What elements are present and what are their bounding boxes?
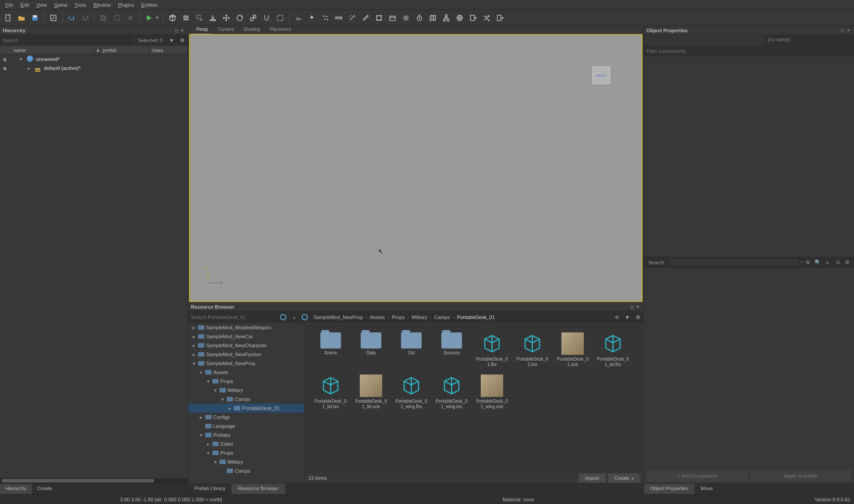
resource-item[interactable]: PortableDesk_01_wing.txo	[433, 373, 470, 411]
redo-icon[interactable]	[79, 12, 91, 24]
resource-item[interactable]: Data	[353, 331, 389, 369]
hierarchy-search-input[interactable]	[0, 38, 134, 43]
breadcrumb-item[interactable]: Props	[392, 314, 405, 320]
panel-close-icon[interactable]: ✕	[180, 28, 185, 33]
breadcrumb-item[interactable]: Assets	[370, 314, 385, 320]
gear-icon[interactable]: ⚙	[842, 258, 852, 267]
cube-icon[interactable]	[166, 12, 179, 24]
create-button[interactable]: Create▾	[608, 474, 640, 482]
breadcrumb-item[interactable]: PortableDesk_01	[457, 314, 495, 320]
resource-tree-item[interactable]: ▾Military	[188, 386, 304, 395]
search-icon[interactable]: 🔍	[813, 258, 823, 267]
filter-icon[interactable]: ▼	[622, 312, 633, 323]
hierarchy-icon[interactable]	[440, 12, 453, 24]
resource-item[interactable]: PortableDesk_01_wing.fbx	[393, 373, 430, 411]
snap-icon[interactable]	[260, 12, 273, 24]
resource-tree-item[interactable]: ▾Camps	[188, 395, 304, 404]
viewport-3d[interactable]: BACK Yx ↖	[189, 34, 643, 302]
resource-tree-item[interactable]: ▸SampleMod_ModdedWeapon	[188, 323, 304, 332]
resource-item[interactable]: PortableDesk_01_lid.fbx	[595, 331, 631, 369]
filter-components-input[interactable]	[644, 46, 854, 56]
resource-tree-item[interactable]: ▸SampleMod_NewFaction	[188, 350, 304, 359]
search-go-icon[interactable]	[299, 312, 310, 323]
select-icon[interactable]	[193, 12, 206, 24]
hierarchy-hscroll[interactable]	[0, 478, 188, 483]
resource-search-input[interactable]	[188, 314, 278, 320]
menu-game[interactable]: Game	[50, 1, 71, 9]
resource-item[interactable]: PortableDesk_01.txo	[514, 331, 551, 369]
breadcrumb-item[interactable]: SampleMod_NewProp	[314, 314, 363, 320]
toggle-icon[interactable]: ▾	[20, 56, 25, 62]
globe-icon[interactable]	[453, 12, 466, 24]
resource-grid[interactable]: AnimsDataDstSourcesPortableDesk_01.fbxPo…	[306, 325, 642, 470]
open-folder-icon[interactable]	[15, 12, 28, 24]
panel-popout-icon[interactable]: ◻	[840, 28, 845, 33]
resource-item[interactable]: PortableDesk_01.xob	[554, 331, 591, 369]
panel-popout-icon[interactable]: ◻	[629, 304, 634, 310]
search-back-icon[interactable]: ◂	[289, 312, 299, 323]
brush-icon[interactable]	[359, 12, 372, 24]
resource-item[interactable]: Sources	[433, 331, 470, 369]
tree-view-icon[interactable]: ≡	[823, 258, 832, 267]
rotate-icon[interactable]	[233, 12, 246, 24]
resource-item[interactable]: PortableDesk_01_lid.txo	[312, 373, 349, 411]
breadcrumb-item[interactable]: Camps	[434, 314, 450, 320]
resource-tree-item[interactable]: ▸Configs	[188, 413, 304, 422]
new-file-icon[interactable]	[2, 12, 14, 24]
resource-tree-item[interactable]: ▾Props	[188, 448, 304, 457]
tree-icon[interactable]	[306, 12, 318, 24]
resource-tree-item[interactable]: ▾SampleMod_NewProp	[188, 359, 304, 368]
search-clear-icon[interactable]	[278, 312, 289, 323]
gear-icon[interactable]: ⚙	[633, 312, 643, 323]
visibility-icon[interactable]: ◉	[3, 56, 9, 62]
menu-entities[interactable]: Entities	[138, 1, 161, 9]
delete-icon[interactable]	[124, 12, 137, 24]
refresh-icon[interactable]: ⟲	[611, 312, 622, 323]
save-icon[interactable]	[29, 12, 41, 24]
resource-tree-item[interactable]: ▸Editor	[188, 439, 304, 448]
viewport-tab-persp[interactable]: Persp	[192, 26, 212, 34]
exit-icon[interactable]	[494, 12, 506, 24]
gear-icon[interactable]: ⚙	[177, 35, 188, 46]
export-icon[interactable]	[467, 12, 479, 24]
tab-prefab-library[interactable]: Prefab Library	[188, 484, 232, 494]
edit-icon[interactable]	[47, 12, 60, 24]
resource-tree-item[interactable]: ▸SampleMod_NewCharacter	[188, 341, 304, 350]
tab-object-properties[interactable]: Object Properties	[644, 484, 694, 494]
property-search-input[interactable]	[669, 258, 799, 267]
toggle-icon[interactable]: ▸	[28, 65, 33, 71]
play-icon[interactable]	[142, 12, 155, 24]
panel-close-icon[interactable]: ✕	[846, 28, 851, 33]
scale-icon[interactable]	[247, 12, 259, 24]
import-button[interactable]: Import	[579, 474, 605, 482]
tab-move[interactable]: Move	[694, 484, 719, 494]
import-icon[interactable]	[207, 12, 219, 24]
visibility-icon[interactable]: ◉	[3, 65, 9, 71]
ruler-icon[interactable]	[332, 12, 345, 24]
menu-edit[interactable]: Edit	[17, 1, 33, 9]
copy-icon[interactable]	[97, 12, 110, 24]
apply-to-prefab-button[interactable]: Apply to prefab	[750, 470, 852, 482]
menu-file[interactable]: File	[2, 1, 17, 9]
resource-item[interactable]: PortableDesk_01.fbx	[474, 331, 510, 369]
vertex-icon[interactable]	[373, 12, 385, 24]
terrain-icon[interactable]	[292, 12, 305, 24]
menu-view[interactable]: View	[33, 1, 51, 9]
menu-tools[interactable]: Tools	[71, 1, 90, 9]
shuffle-icon[interactable]	[480, 12, 493, 24]
tree-row[interactable]: ◉ ▸ default (active)*	[0, 64, 188, 73]
resource-tree-item[interactable]: Language	[188, 422, 304, 431]
panel-popout-icon[interactable]: ◻	[173, 28, 179, 33]
hierarchy-tree[interactable]: ◉ ▾ unnamed* ◉ ▸ default (active)*	[0, 55, 188, 478]
resource-item[interactable]: Anims	[312, 331, 349, 369]
undo-icon[interactable]	[65, 12, 78, 24]
resource-tree-item[interactable]: ▾Prefabs	[188, 431, 304, 439]
viewport-tab-shading[interactable]: Shading	[239, 26, 265, 34]
marquee-icon[interactable]	[274, 12, 286, 24]
viewport-tab-camera[interactable]: Camera	[213, 26, 238, 34]
panel-close-icon[interactable]: ✕	[635, 304, 641, 310]
tree-row[interactable]: ◉ ▾ unnamed*	[0, 55, 188, 64]
resource-item[interactable]: PortableDesk_01_lid.xob	[353, 373, 389, 411]
object-name-field[interactable]: (no name)	[764, 35, 854, 46]
layers-icon[interactable]	[180, 12, 192, 24]
